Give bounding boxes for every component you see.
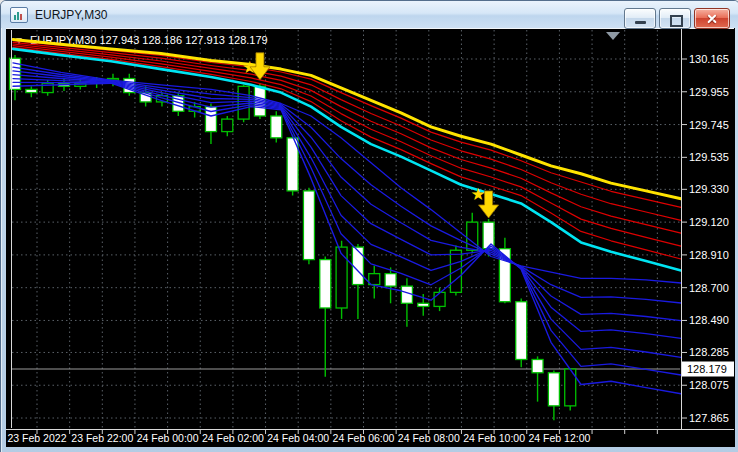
chart-panel[interactable]: [6, 28, 735, 447]
minimize-button[interactable]: [624, 8, 656, 29]
restore-button[interactable]: [659, 8, 691, 29]
restore-icon: [670, 15, 683, 27]
app-icon: [10, 7, 28, 23]
mt4-chart-window: ▼ EURJPY,M30 127.943 128.186 127.913 128…: [0, 0, 738, 452]
minimize-icon: [635, 21, 646, 24]
close-button[interactable]: [694, 8, 730, 29]
window-title: EURJPY,M30: [35, 8, 107, 22]
